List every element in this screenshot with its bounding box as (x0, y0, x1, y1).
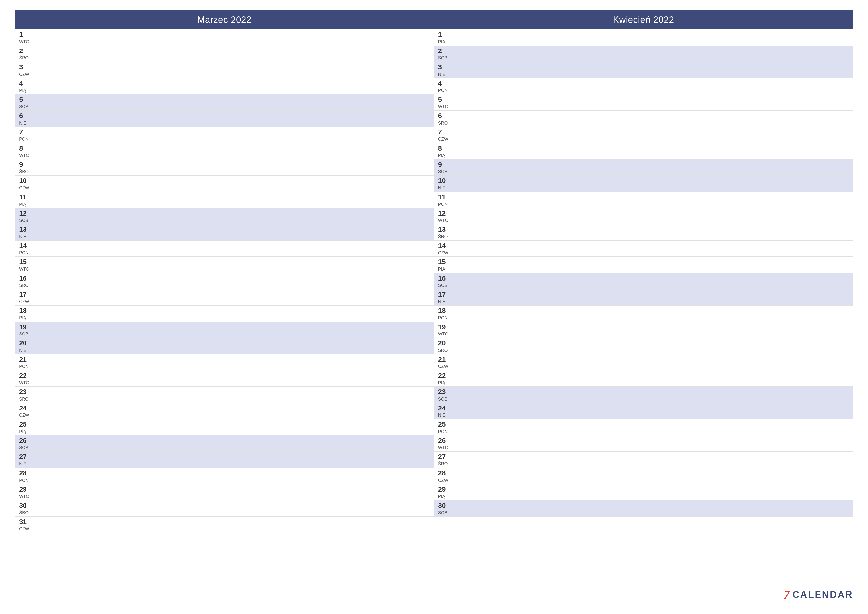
day-name: CZW (438, 364, 451, 369)
day-name: SOB (438, 396, 451, 402)
day-number: 27 (19, 452, 31, 461)
day-name: ŚRO (19, 169, 31, 174)
month-header-april: Kwiecień 2022 (434, 10, 853, 30)
day-info: 31CZW (19, 518, 31, 532)
day-row: 31CZW (15, 517, 434, 533)
brand-icon: 7 (784, 588, 790, 602)
day-row: 25PIĄ (15, 419, 434, 435)
day-name: ŚRO (19, 510, 31, 516)
day-info: 16ŚRO (19, 274, 31, 288)
day-info: 21CZW (438, 355, 451, 369)
day-name: CZW (19, 526, 31, 532)
day-info: 2SOB (438, 47, 451, 61)
day-info: 3CZW (19, 63, 31, 77)
day-row: 25PON (434, 419, 853, 435)
day-name: PIĄ (438, 494, 451, 499)
day-name: SOB (19, 445, 31, 450)
day-row: 10CZW (15, 176, 434, 192)
day-number: 28 (19, 469, 31, 477)
day-row: 20ŚRO (434, 338, 853, 354)
day-info: 19SOB (19, 323, 31, 337)
day-info: 24CZW (19, 404, 31, 418)
day-number: 25 (438, 420, 451, 429)
day-number: 1 (438, 30, 451, 39)
day-number: 31 (19, 518, 31, 526)
day-row: 16ŚRO (15, 273, 434, 289)
day-info: 21PON (19, 355, 31, 369)
day-row: 12WTO (434, 208, 853, 225)
day-row: 27NIE (15, 452, 434, 468)
day-row: 4PIĄ (15, 78, 434, 95)
day-name: WTO (19, 380, 31, 385)
day-row: 19SOB (15, 322, 434, 338)
day-number: 22 (19, 372, 31, 380)
day-row: 22PIĄ (434, 370, 853, 387)
day-info: 17NIE (438, 291, 451, 305)
day-row: 2ŚRO (15, 46, 434, 62)
day-name: WTO (19, 39, 31, 45)
day-number: 27 (438, 452, 451, 461)
day-name: CZW (438, 250, 451, 255)
day-row: 11PIĄ (15, 192, 434, 208)
day-row: 1PIĄ (434, 30, 853, 46)
day-name: ŚRO (438, 234, 451, 239)
day-info: 1WTO (19, 30, 31, 45)
day-number: 12 (19, 209, 31, 218)
day-info: 5WTO (438, 95, 451, 109)
day-row: 18PON (434, 306, 853, 322)
day-info: 6ŚRO (438, 112, 451, 126)
day-number: 30 (19, 501, 31, 510)
day-row: 12SOB (15, 208, 434, 225)
day-info: 14CZW (438, 242, 451, 256)
day-number: 13 (438, 225, 451, 234)
day-number: 8 (19, 144, 31, 152)
day-row: 29PIĄ (434, 484, 853, 501)
day-number: 29 (19, 485, 31, 494)
day-number: 18 (438, 306, 451, 315)
day-name: NIE (19, 121, 31, 126)
day-info: 1PIĄ (438, 30, 451, 45)
day-number: 21 (19, 355, 31, 364)
day-row: 3CZW (15, 62, 434, 78)
day-name: NIE (438, 185, 451, 191)
day-name: PIĄ (19, 202, 31, 207)
day-name: PIĄ (19, 316, 31, 320)
day-info: 28PON (19, 469, 31, 483)
days-list-april: 1PIĄ2SOB3NIE4PON5WTO6ŚRO7CZW8PIĄ9SOB10NI… (434, 30, 853, 583)
day-number: 11 (438, 193, 451, 201)
day-row: 15PIĄ (434, 257, 853, 273)
day-info: 29PIĄ (438, 485, 451, 499)
day-row: 26SOB (15, 435, 434, 452)
day-number: 6 (19, 112, 31, 120)
day-row: 9ŚRO (15, 159, 434, 176)
day-row: 15WTO (15, 257, 434, 273)
day-row: 2SOB (434, 46, 853, 62)
day-row: 6NIE (15, 111, 434, 127)
day-number: 4 (19, 79, 31, 88)
day-name: PIĄ (438, 153, 451, 158)
day-info: 22PIĄ (438, 372, 451, 385)
day-row: 21PON (15, 354, 434, 371)
day-number: 17 (19, 291, 31, 299)
day-row: 10NIE (434, 176, 853, 192)
day-info: 12SOB (19, 209, 31, 223)
day-number: 24 (438, 404, 451, 412)
day-number: 10 (438, 177, 451, 185)
day-row: 29WTO (15, 484, 434, 501)
day-name: ŚRO (438, 348, 451, 353)
day-info: 19WTO (438, 323, 451, 337)
day-info: 15WTO (19, 258, 31, 272)
day-number: 15 (438, 258, 451, 266)
day-row: 8WTO (15, 143, 434, 159)
day-info: 4PON (438, 79, 451, 93)
day-info: 3NIE (438, 63, 451, 77)
day-name: WTO (438, 445, 451, 450)
day-info: 7CZW (438, 128, 451, 142)
day-name: NIE (19, 234, 31, 239)
day-name: PON (19, 137, 31, 142)
day-name: PON (19, 250, 31, 255)
day-info: 24NIE (438, 404, 451, 418)
day-info: 27NIE (19, 452, 31, 467)
day-name: PON (19, 364, 31, 369)
day-row: 14CZW (434, 241, 853, 257)
